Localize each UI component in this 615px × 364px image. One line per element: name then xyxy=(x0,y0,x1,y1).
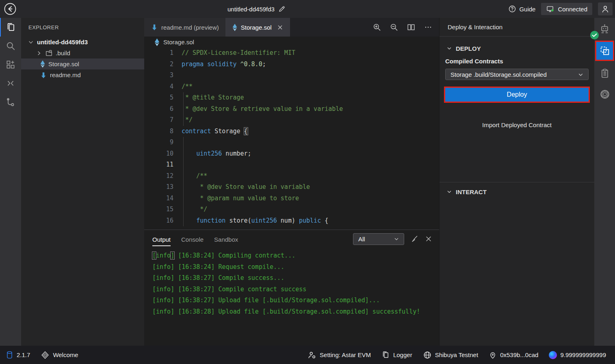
code-line-8[interactable]: 8contract Storage { xyxy=(144,126,439,137)
activity-item-deploy-selected[interactable] xyxy=(595,41,614,61)
code-line-7[interactable]: 7 */ xyxy=(144,115,439,126)
tree-item-untitled-dd459fd3[interactable]: untitled-dd459fd3 xyxy=(21,37,144,48)
interact-section-header[interactable]: INTERACT xyxy=(440,186,594,198)
split-editor-icon[interactable] xyxy=(407,23,416,32)
code-line-14[interactable]: 14 * @param num value to store xyxy=(144,193,439,204)
openai-icon xyxy=(600,89,610,100)
activity-item-openai[interactable] xyxy=(594,84,615,105)
breadcrumb[interactable]: Storage.sol xyxy=(144,37,439,48)
code-line-1[interactable]: 1// SPDX-License-Identifier: MIT xyxy=(144,48,439,59)
section-divider xyxy=(440,182,594,182)
code-line-16[interactable]: 16 function store(uint256 num) public { xyxy=(144,215,439,227)
tab-label: readme.md (preview) xyxy=(161,24,219,31)
code-line-12[interactable]: 12 /** xyxy=(144,171,439,182)
rename-pencil-icon[interactable] xyxy=(278,5,286,13)
log-line: [info] [16:38:28] Upload file [.build/St… xyxy=(152,306,439,318)
log-line: [info] [16:38:24] Compiling contract... xyxy=(152,250,439,262)
output-tab-output[interactable]: Output xyxy=(152,232,171,246)
user-icon xyxy=(601,4,610,13)
folder-icon xyxy=(45,49,53,57)
activity-item-extensions[interactable] xyxy=(0,55,21,74)
markdown-icon xyxy=(151,24,158,31)
chevron-down-icon xyxy=(393,236,400,242)
statusbar-item-label: Welcome xyxy=(53,351,78,358)
zoom-out-icon[interactable] xyxy=(390,23,398,32)
statusbar-item-label: Setting: Astar EVM xyxy=(320,351,371,358)
code-line-5[interactable]: 5 * @title Storage xyxy=(144,92,439,104)
activity-item-graph[interactable] xyxy=(0,93,21,111)
line-number: 13 xyxy=(144,182,173,193)
tree-item-storage-sol[interactable]: Storage.sol xyxy=(21,58,144,69)
line-number: 2 xyxy=(144,59,173,70)
logger-icon xyxy=(381,351,390,359)
code-line-6[interactable]: 6 * @dev Store & retrieve value in a var… xyxy=(144,104,439,115)
output-tab-console[interactable]: Console xyxy=(181,232,204,246)
tree-item--build[interactable]: .build xyxy=(21,48,144,58)
interact-section-label: INTERACT xyxy=(456,188,487,195)
files-icon xyxy=(6,22,16,32)
deploy-section-label: DEPLOY xyxy=(456,45,481,52)
statusbar-item-welcome[interactable]: Welcome xyxy=(41,351,78,360)
close-tab-icon[interactable] xyxy=(277,24,284,31)
indent-guide xyxy=(183,92,184,126)
line-number: 1 xyxy=(144,48,173,59)
connected-label: Connected xyxy=(558,6,587,13)
chevron-right-icon xyxy=(36,50,42,56)
question-circle-icon xyxy=(508,5,516,13)
tab-readme-md-preview-[interactable]: readme.md (preview) xyxy=(144,18,225,37)
pin-icon xyxy=(489,351,497,360)
compiled-contract-select[interactable]: Storage .build/Storage.sol.compiled xyxy=(445,69,589,80)
code-text: /** xyxy=(182,81,193,93)
ethereum-icon xyxy=(40,60,45,68)
more-actions-icon[interactable] xyxy=(424,23,433,32)
chevron-down-icon xyxy=(446,188,453,195)
activity-item-clipboard[interactable] xyxy=(594,63,615,84)
statusbar-item-0x539b-0cad[interactable]: 0x539b...0cad xyxy=(489,351,538,360)
tab-storage-sol[interactable]: Storage.sol xyxy=(225,18,290,37)
code-line-10[interactable]: 10 uint256 number; xyxy=(144,148,439,160)
code-editor[interactable]: 1// SPDX-License-Identifier: MIT2pragma … xyxy=(144,48,439,230)
token-icon xyxy=(549,351,557,359)
activity-item-files[interactable] xyxy=(0,18,21,37)
code-line-4[interactable]: 4/** xyxy=(144,81,439,93)
deploy-button[interactable]: Deploy xyxy=(445,88,589,102)
editor-column: readme.md (preview)Storage.sol Storage.s… xyxy=(144,18,439,346)
line-number: 5 xyxy=(144,92,173,104)
guide-button[interactable]: Guide xyxy=(508,5,535,13)
zoom-in-icon[interactable] xyxy=(372,23,381,32)
close-panel-icon[interactable] xyxy=(424,235,433,243)
statusbar-item-label: 2.1.7 xyxy=(17,351,30,358)
code-line-9[interactable]: 9 xyxy=(144,137,439,148)
log-filter-select[interactable]: All xyxy=(353,233,404,245)
code-line-11[interactable]: 11 xyxy=(144,159,439,171)
activity-item-collapse[interactable] xyxy=(0,74,21,93)
graph-icon xyxy=(5,97,16,107)
code-line-13[interactable]: 13 * @dev Store value in variable xyxy=(144,182,439,193)
tree-item-readme-md[interactable]: readme.md xyxy=(21,69,144,80)
log-line: [info] [16:38:27] Compile success... xyxy=(152,273,439,284)
deploy-section-header[interactable]: DEPLOY xyxy=(440,42,594,54)
explorer-sidebar: EXPLORER untitled-dd459fd3.buildStorage.… xyxy=(21,18,144,346)
statusbar-item-9-999999999999[interactable]: 9.999999999999 xyxy=(549,351,606,359)
statusbar-item-logger[interactable]: Logger xyxy=(381,351,412,359)
line-number: 16 xyxy=(144,215,173,227)
line-number: 6 xyxy=(144,104,173,115)
line-number: 15 xyxy=(144,204,173,215)
statusbar-item-2-1-7[interactable]: 2.1.7 xyxy=(6,351,30,360)
clear-output-icon[interactable] xyxy=(410,235,418,243)
code-text: uint256 number; xyxy=(182,148,251,160)
search-icon xyxy=(5,41,16,51)
back-arrow-icon[interactable] xyxy=(3,2,17,16)
code-line-3[interactable]: 3 xyxy=(144,70,439,81)
statusbar-item-label: Shibuya Testnet xyxy=(435,351,478,358)
code-line-2[interactable]: 2pragma solidity ^0.8.0; xyxy=(144,59,439,70)
import-deployed-contract-link[interactable]: Import Deployed Contract xyxy=(440,121,594,128)
code-text: * @dev Store value in variable xyxy=(182,182,310,193)
code-line-15[interactable]: 15 */ xyxy=(144,204,439,215)
statusbar-item-setting-astar-evm[interactable]: Setting: Astar EVM xyxy=(308,351,371,360)
output-tab-sandbox[interactable]: Sandbox xyxy=(214,232,238,246)
activity-item-search[interactable] xyxy=(0,37,21,55)
user-avatar-button[interactable] xyxy=(598,2,613,15)
connected-button[interactable]: Connected xyxy=(541,3,592,15)
statusbar-item-shibuya-testnet[interactable]: Shibuya Testnet xyxy=(423,351,478,360)
